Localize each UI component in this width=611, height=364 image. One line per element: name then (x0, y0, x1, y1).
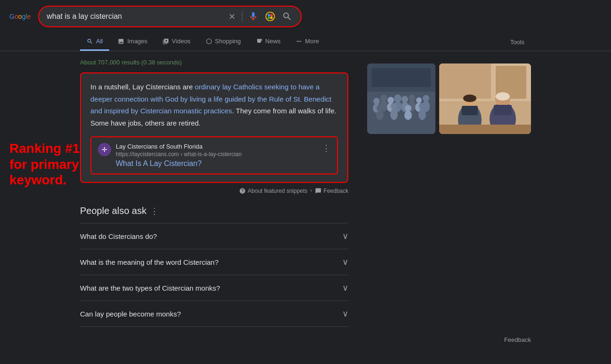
group-photo-svg (367, 63, 435, 134)
paa-header: People also ask ⋮ (80, 206, 348, 216)
nav-item-news[interactable]: News (249, 33, 288, 51)
results-count: About 707,000 results (0.38 seconds) (80, 59, 348, 66)
paa-item-2[interactable]: What are the two types of Cistercian mon… (80, 275, 348, 301)
svg-point-43 (496, 92, 510, 101)
right-column (367, 56, 531, 327)
more-nav-icon (296, 38, 302, 45)
lens-search-button[interactable] (264, 10, 276, 23)
nav-bar: All Images Videos Shopping News More Too… (0, 33, 611, 51)
svg-point-11 (387, 97, 394, 103)
svg-point-27 (405, 105, 411, 111)
divider (242, 11, 242, 22)
svg-point-26 (404, 111, 412, 120)
snippet-footer: About featured snippets • Feedback (80, 188, 348, 194)
svg-point-22 (376, 111, 384, 120)
svg-rect-35 (439, 63, 491, 99)
ranking-badge: Ranking #1 for primary keyword. (9, 141, 80, 188)
nav-item-shopping[interactable]: Shopping (199, 33, 248, 51)
mic-icon (248, 11, 258, 22)
svg-point-24 (390, 109, 398, 120)
svg-point-1 (268, 14, 271, 17)
bottom-feedback[interactable]: Feedback (0, 332, 611, 348)
snippet-source-box[interactable]: ✛ Lay Cistercians of South Florida https… (90, 136, 338, 174)
lens-icon (265, 11, 275, 22)
nav-item-all[interactable]: All (80, 33, 109, 51)
svg-point-9 (380, 95, 387, 101)
svg-point-0 (266, 12, 274, 21)
svg-rect-44 (439, 125, 531, 134)
header: Google .google-logo-text { font-size: 26… (0, 0, 611, 33)
image-group-photo (367, 63, 435, 134)
search-input[interactable]: what is a lay cistercian (47, 12, 222, 21)
site-favicon: ✛ (98, 143, 111, 156)
search-bar-icons (227, 10, 293, 23)
search-bar[interactable]: what is a lay cistercian (38, 6, 302, 27)
paa-item-1[interactable]: What is the meaning of the word Cisterci… (80, 249, 348, 275)
about-featured-snippets-link[interactable]: About featured snippets (239, 188, 307, 194)
help-icon (239, 188, 246, 194)
image-women-photo (439, 63, 531, 134)
images-nav-icon (118, 38, 124, 45)
paa-chevron-0: ∨ (342, 231, 348, 241)
women-photo-svg (439, 63, 531, 134)
feedback-icon (315, 188, 322, 194)
shopping-nav-icon (206, 38, 212, 45)
svg-point-17 (409, 95, 415, 101)
svg-point-13 (394, 95, 402, 102)
feedback-link[interactable]: Feedback (315, 188, 348, 194)
svg-point-4 (270, 16, 273, 19)
snippet-text: In a nutshell, Lay Cistercians are ordin… (90, 81, 338, 129)
svg-point-29 (419, 103, 426, 110)
nav-tools[interactable]: Tools (504, 34, 531, 50)
main-content: About 707,000 results (0.38 seconds) In … (0, 51, 611, 332)
source-info: Lay Cistercians of South Florida https:/… (116, 143, 317, 168)
nav-item-videos[interactable]: Videos (156, 33, 197, 51)
svg-point-21 (423, 95, 429, 102)
search-button[interactable] (281, 10, 293, 23)
svg-point-25 (391, 103, 397, 110)
nav-item-more[interactable]: More (289, 33, 326, 51)
nav-item-images[interactable]: Images (111, 33, 154, 51)
featured-snippet: In a nutshell, Lay Cistercians are ordin… (80, 72, 348, 183)
voice-search-button[interactable] (247, 10, 259, 23)
clear-icon (228, 12, 236, 21)
page-body: Ranking #1 for primary keyword. About 70… (0, 51, 611, 348)
image-card-1[interactable] (367, 63, 435, 134)
svg-point-28 (418, 109, 426, 120)
paa-item-0[interactable]: What do Cistercians do? ∨ (80, 223, 348, 249)
source-link[interactable]: What Is A Lay Cistercian? (116, 159, 317, 168)
svg-rect-31 (372, 68, 431, 87)
left-column: About 707,000 results (0.38 seconds) In … (80, 56, 348, 327)
news-nav-icon (256, 38, 263, 45)
svg-point-7 (373, 98, 380, 104)
paa-chevron-1: ∨ (342, 257, 348, 267)
image-card-2[interactable] (439, 63, 531, 134)
paa-item-3[interactable]: Can lay people become monks? ∨ (80, 301, 348, 327)
google-logo: Google .google-logo-text { font-size: 26… (9, 13, 31, 20)
paa-menu-button[interactable]: ⋮ (150, 206, 159, 216)
svg-point-15 (402, 96, 408, 103)
paa-chevron-2: ∨ (342, 283, 348, 293)
svg-point-3 (268, 16, 271, 19)
svg-point-2 (270, 14, 273, 17)
clear-button[interactable] (227, 11, 237, 22)
source-menu-button[interactable]: ⋮ (322, 143, 330, 153)
svg-point-42 (463, 95, 476, 102)
search-nav-icon (87, 38, 93, 45)
search-icon (282, 11, 292, 22)
source-name: Lay Cistercians of South Florida (116, 143, 317, 150)
svg-rect-38 (462, 106, 478, 115)
svg-point-23 (377, 105, 383, 111)
svg-point-19 (416, 97, 422, 103)
videos-nav-icon (162, 38, 169, 45)
paa-chevron-3: ∨ (342, 309, 348, 319)
svg-rect-41 (494, 105, 512, 115)
people-also-ask-section: People also ask ⋮ What do Cistercians do… (80, 206, 348, 327)
source-url: https://laycistercians.com › what-is-a-l… (116, 151, 317, 158)
